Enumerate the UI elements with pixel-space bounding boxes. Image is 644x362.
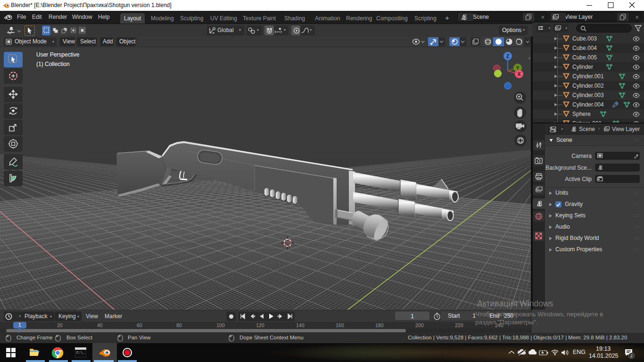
svg-text:(1) Collection: (1) Collection: [36, 61, 70, 67]
svg-text:Z: Z: [506, 54, 509, 59]
svg-text:C:\_: C:\_: [76, 351, 85, 354]
svg-text:‹: ‹: [528, 55, 530, 61]
svg-text:User Perspective: User Perspective: [36, 51, 80, 58]
svg-text:Y: Y: [516, 66, 520, 71]
svg-text:X: X: [518, 72, 521, 77]
